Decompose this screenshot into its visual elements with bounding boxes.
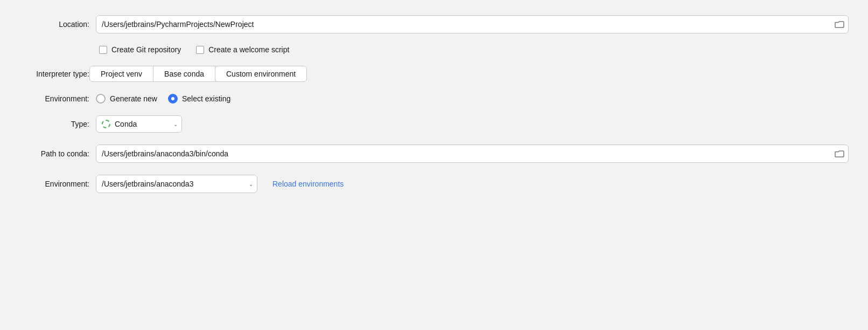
type-value: Conda xyxy=(115,120,137,128)
git-repo-label: Create Git repository xyxy=(111,45,181,54)
select-existing-radio-circle xyxy=(168,94,178,104)
generate-new-radio[interactable]: Generate new xyxy=(96,94,157,104)
tab-project-venv[interactable]: Project venv xyxy=(90,66,153,81)
create-welcome-script-checkbox[interactable]: Create a welcome script xyxy=(196,45,289,54)
generate-new-label: Generate new xyxy=(110,94,157,103)
environment-radio-row: Environment: Generate new Select existin… xyxy=(19,94,849,104)
new-project-panel: Location: Create Git repository Create a… xyxy=(0,0,868,330)
select-existing-label: Select existing xyxy=(182,94,230,103)
type-select-wrapper: Conda ⌄ xyxy=(96,115,182,133)
location-label: Location: xyxy=(19,20,89,29)
type-label: Type: xyxy=(19,120,89,128)
environment-dropdown-wrapper: /Users/jetbrains/anaconda3 ⌄ xyxy=(96,175,257,193)
path-to-conda-folder-button[interactable] xyxy=(835,149,844,159)
interpreter-type-tab-group: Project venv Base conda Custom environme… xyxy=(89,66,307,82)
path-to-conda-input-wrapper xyxy=(96,145,849,163)
environment-dropdown[interactable]: /Users/jetbrains/anaconda3 xyxy=(96,175,257,193)
location-input-wrapper xyxy=(96,15,849,33)
welcome-script-checkbox-box xyxy=(196,46,204,54)
environment-dropdown-row: Environment: /Users/jetbrains/anaconda3 … xyxy=(19,175,849,193)
path-to-conda-label: Path to conda: xyxy=(19,149,89,158)
tab-base-conda[interactable]: Base conda xyxy=(153,66,215,81)
welcome-script-label: Create a welcome script xyxy=(208,45,289,54)
location-row: Location: xyxy=(19,15,849,33)
create-git-repo-checkbox[interactable]: Create Git repository xyxy=(99,45,181,54)
type-row: Type: Conda ⌄ xyxy=(19,115,849,133)
path-to-conda-row: Path to conda: xyxy=(19,145,849,163)
tab-custom-environment[interactable]: Custom environment xyxy=(215,66,307,82)
environment-dropdown-label: Environment: xyxy=(19,180,89,188)
environment-dropdown-value: /Users/jetbrains/anaconda3 xyxy=(102,180,193,188)
checkboxes-row: Create Git repository Create a welcome s… xyxy=(19,45,849,54)
environment-radio-group: Generate new Select existing xyxy=(96,94,230,104)
conda-spinner-icon xyxy=(102,120,110,128)
path-to-conda-input[interactable] xyxy=(96,145,849,163)
location-folder-button[interactable] xyxy=(835,19,844,29)
interpreter-type-row: Interpreter type: Project venv Base cond… xyxy=(19,66,849,82)
git-repo-checkbox-box xyxy=(99,46,107,54)
folder-icon xyxy=(835,19,844,29)
folder-icon-2 xyxy=(835,149,844,159)
generate-new-radio-circle xyxy=(96,94,106,104)
select-existing-radio[interactable]: Select existing xyxy=(168,94,230,104)
reload-environments-link[interactable]: Reload environments xyxy=(272,180,344,188)
location-input[interactable] xyxy=(96,15,849,33)
interpreter-type-label: Interpreter type: xyxy=(19,70,89,78)
type-dropdown[interactable]: Conda xyxy=(96,115,182,133)
environment-label: Environment: xyxy=(19,94,89,103)
